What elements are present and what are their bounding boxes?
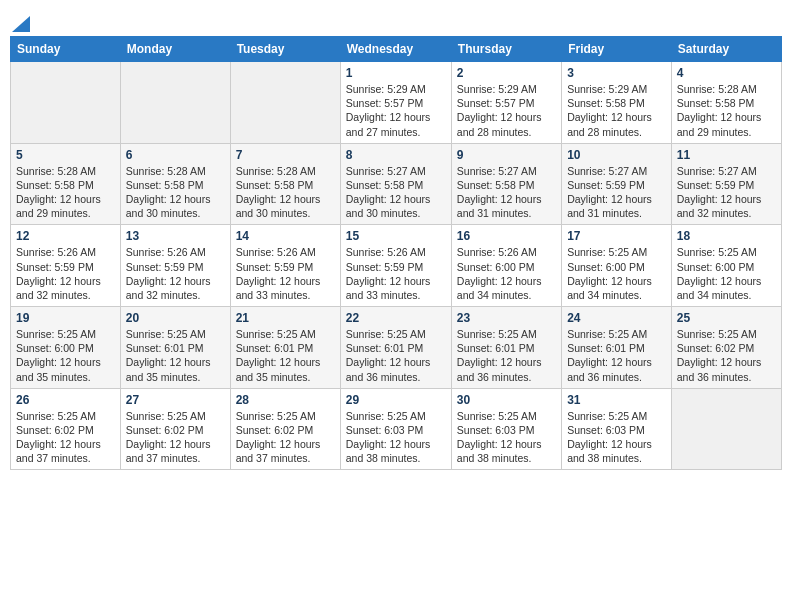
day-number: 14: [236, 229, 335, 243]
cell-info: Sunset: 6:03 PM: [567, 423, 666, 437]
calendar-cell: 4Sunrise: 5:28 AMSunset: 5:58 PMDaylight…: [671, 62, 781, 144]
calendar-cell: 22Sunrise: 5:25 AMSunset: 6:01 PMDayligh…: [340, 307, 451, 389]
cell-info: Sunrise: 5:29 AM: [346, 82, 446, 96]
day-number: 7: [236, 148, 335, 162]
calendar-cell: 25Sunrise: 5:25 AMSunset: 6:02 PMDayligh…: [671, 307, 781, 389]
cell-info: Daylight: 12 hours and 30 minutes.: [126, 192, 225, 220]
cell-info: Sunrise: 5:26 AM: [126, 245, 225, 259]
cell-info: Sunrise: 5:26 AM: [457, 245, 556, 259]
cell-info: Sunset: 5:59 PM: [346, 260, 446, 274]
cell-info: Daylight: 12 hours and 36 minutes.: [567, 355, 666, 383]
header-cell-friday: Friday: [562, 37, 672, 62]
cell-info: Daylight: 12 hours and 34 minutes.: [567, 274, 666, 302]
calendar-cell: 30Sunrise: 5:25 AMSunset: 6:03 PMDayligh…: [451, 388, 561, 470]
calendar-cell: 3Sunrise: 5:29 AMSunset: 5:58 PMDaylight…: [562, 62, 672, 144]
calendar-cell: 15Sunrise: 5:26 AMSunset: 5:59 PMDayligh…: [340, 225, 451, 307]
cell-info: Sunrise: 5:26 AM: [16, 245, 115, 259]
calendar-cell: 5Sunrise: 5:28 AMSunset: 5:58 PMDaylight…: [11, 143, 121, 225]
cell-info: Sunset: 5:58 PM: [567, 96, 666, 110]
day-number: 6: [126, 148, 225, 162]
header-cell-sunday: Sunday: [11, 37, 121, 62]
cell-info: Daylight: 12 hours and 34 minutes.: [457, 274, 556, 302]
page-header: [10, 10, 782, 30]
calendar-cell: 12Sunrise: 5:26 AMSunset: 5:59 PMDayligh…: [11, 225, 121, 307]
header-row: SundayMondayTuesdayWednesdayThursdayFrid…: [11, 37, 782, 62]
calendar-cell: [671, 388, 781, 470]
calendar-cell: 16Sunrise: 5:26 AMSunset: 6:00 PMDayligh…: [451, 225, 561, 307]
svg-marker-0: [12, 16, 30, 32]
cell-info: Sunrise: 5:28 AM: [126, 164, 225, 178]
day-number: 23: [457, 311, 556, 325]
calendar-cell: 21Sunrise: 5:25 AMSunset: 6:01 PMDayligh…: [230, 307, 340, 389]
calendar-cell: 2Sunrise: 5:29 AMSunset: 5:57 PMDaylight…: [451, 62, 561, 144]
cell-info: Sunrise: 5:28 AM: [236, 164, 335, 178]
cell-info: Sunrise: 5:25 AM: [126, 409, 225, 423]
day-number: 12: [16, 229, 115, 243]
cell-info: Daylight: 12 hours and 33 minutes.: [346, 274, 446, 302]
cell-info: Daylight: 12 hours and 32 minutes.: [677, 192, 776, 220]
cell-info: Daylight: 12 hours and 32 minutes.: [126, 274, 225, 302]
calendar-cell: 7Sunrise: 5:28 AMSunset: 5:58 PMDaylight…: [230, 143, 340, 225]
day-number: 5: [16, 148, 115, 162]
cell-info: Sunset: 5:59 PM: [236, 260, 335, 274]
cell-info: Sunrise: 5:27 AM: [346, 164, 446, 178]
cell-info: Sunset: 5:59 PM: [126, 260, 225, 274]
day-number: 25: [677, 311, 776, 325]
calendar-cell: 11Sunrise: 5:27 AMSunset: 5:59 PMDayligh…: [671, 143, 781, 225]
cell-info: Sunset: 6:01 PM: [236, 341, 335, 355]
calendar-cell: 20Sunrise: 5:25 AMSunset: 6:01 PMDayligh…: [120, 307, 230, 389]
day-number: 13: [126, 229, 225, 243]
cell-info: Sunrise: 5:25 AM: [236, 409, 335, 423]
cell-info: Daylight: 12 hours and 37 minutes.: [126, 437, 225, 465]
cell-info: Sunset: 6:02 PM: [677, 341, 776, 355]
day-number: 10: [567, 148, 666, 162]
cell-info: Sunrise: 5:25 AM: [567, 409, 666, 423]
cell-info: Sunset: 5:58 PM: [126, 178, 225, 192]
header-cell-thursday: Thursday: [451, 37, 561, 62]
cell-info: Daylight: 12 hours and 35 minutes.: [16, 355, 115, 383]
calendar-cell: [11, 62, 121, 144]
cell-info: Sunset: 6:03 PM: [346, 423, 446, 437]
cell-info: Sunset: 6:02 PM: [236, 423, 335, 437]
cell-info: Sunrise: 5:28 AM: [677, 82, 776, 96]
calendar-cell: 29Sunrise: 5:25 AMSunset: 6:03 PMDayligh…: [340, 388, 451, 470]
cell-info: Sunset: 6:01 PM: [126, 341, 225, 355]
day-number: 30: [457, 393, 556, 407]
cell-info: Sunset: 5:58 PM: [457, 178, 556, 192]
calendar-table: SundayMondayTuesdayWednesdayThursdayFrid…: [10, 36, 782, 470]
day-number: 2: [457, 66, 556, 80]
cell-info: Sunrise: 5:25 AM: [346, 409, 446, 423]
cell-info: Daylight: 12 hours and 38 minutes.: [346, 437, 446, 465]
cell-info: Sunrise: 5:27 AM: [457, 164, 556, 178]
day-number: 15: [346, 229, 446, 243]
cell-info: Sunrise: 5:29 AM: [567, 82, 666, 96]
cell-info: Sunset: 5:58 PM: [16, 178, 115, 192]
calendar-cell: 8Sunrise: 5:27 AMSunset: 5:58 PMDaylight…: [340, 143, 451, 225]
calendar-cell: 31Sunrise: 5:25 AMSunset: 6:03 PMDayligh…: [562, 388, 672, 470]
calendar-cell: [230, 62, 340, 144]
cell-info: Sunrise: 5:27 AM: [677, 164, 776, 178]
day-number: 27: [126, 393, 225, 407]
cell-info: Sunset: 5:57 PM: [346, 96, 446, 110]
calendar-cell: 28Sunrise: 5:25 AMSunset: 6:02 PMDayligh…: [230, 388, 340, 470]
day-number: 9: [457, 148, 556, 162]
calendar-cell: 26Sunrise: 5:25 AMSunset: 6:02 PMDayligh…: [11, 388, 121, 470]
calendar-cell: 10Sunrise: 5:27 AMSunset: 5:59 PMDayligh…: [562, 143, 672, 225]
calendar-cell: 13Sunrise: 5:26 AMSunset: 5:59 PMDayligh…: [120, 225, 230, 307]
cell-info: Sunrise: 5:25 AM: [677, 327, 776, 341]
cell-info: Daylight: 12 hours and 29 minutes.: [16, 192, 115, 220]
week-row-4: 19Sunrise: 5:25 AMSunset: 6:00 PMDayligh…: [11, 307, 782, 389]
cell-info: Sunset: 5:58 PM: [346, 178, 446, 192]
cell-info: Sunset: 6:00 PM: [16, 341, 115, 355]
cell-info: Sunrise: 5:28 AM: [16, 164, 115, 178]
cell-info: Sunset: 6:00 PM: [457, 260, 556, 274]
cell-info: Sunset: 5:59 PM: [677, 178, 776, 192]
cell-info: Sunrise: 5:25 AM: [126, 327, 225, 341]
cell-info: Daylight: 12 hours and 33 minutes.: [236, 274, 335, 302]
cell-info: Sunset: 6:02 PM: [16, 423, 115, 437]
header-cell-wednesday: Wednesday: [340, 37, 451, 62]
day-number: 1: [346, 66, 446, 80]
week-row-2: 5Sunrise: 5:28 AMSunset: 5:58 PMDaylight…: [11, 143, 782, 225]
cell-info: Daylight: 12 hours and 34 minutes.: [677, 274, 776, 302]
cell-info: Daylight: 12 hours and 36 minutes.: [457, 355, 556, 383]
